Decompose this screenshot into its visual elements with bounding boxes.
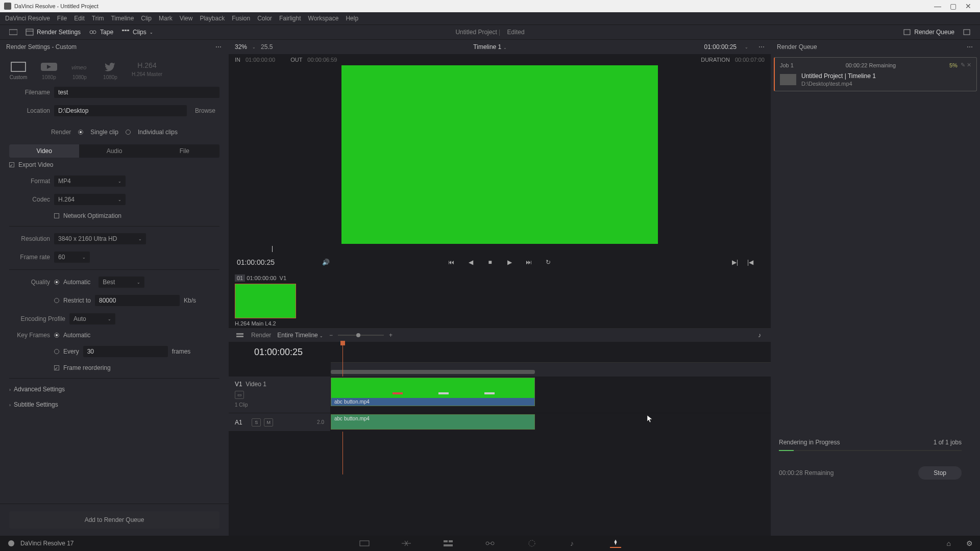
quality-best-select[interactable]: Best⌄: [99, 277, 144, 288]
timeline-ruler[interactable]: [331, 362, 771, 377]
close-button[interactable]: ✕: [961, 2, 976, 10]
tab-video[interactable]: Video: [9, 144, 79, 158]
video-clip[interactable]: abc button.mp4: [331, 378, 535, 406]
preset-twitter[interactable]: 1080p: [101, 61, 119, 80]
page-media[interactable]: [359, 539, 370, 548]
panel-menu-icon[interactable]: ⋯: [215, 43, 223, 51]
mute-button[interactable]: M: [264, 418, 273, 427]
network-opt-check[interactable]: [54, 213, 59, 218]
first-frame-button[interactable]: ⏮: [446, 257, 456, 267]
preset-custom[interactable]: Custom: [9, 61, 28, 80]
encoding-select[interactable]: Auto⌄: [69, 313, 115, 324]
codec-select[interactable]: H.264⌄: [54, 194, 126, 205]
subtitle-settings-toggle[interactable]: ›Subtitle Settings: [0, 397, 229, 412]
stop-render-button[interactable]: Stop: [918, 466, 962, 480]
page-fairlight[interactable]: ♪: [568, 539, 579, 548]
play-button[interactable]: ▶: [504, 257, 514, 267]
individual-clips-radio[interactable]: [126, 130, 131, 135]
keyframes-auto-radio[interactable]: [54, 333, 59, 338]
export-video-check[interactable]: [9, 162, 14, 167]
location-input[interactable]: [54, 105, 187, 116]
tab-audio[interactable]: Audio: [79, 144, 149, 158]
preset-h264[interactable]: H.264H.264 Master: [132, 61, 162, 80]
svg-rect-9: [964, 30, 970, 35]
viewer-scrubber[interactable]: [235, 244, 765, 253]
timeline-view-icon[interactable]: [235, 330, 245, 340]
menu-help[interactable]: Help: [346, 15, 358, 22]
solo-button[interactable]: S: [252, 418, 261, 427]
menu-fusion[interactable]: Fusion: [232, 15, 250, 22]
clips-toggle[interactable]: Clips ⌄: [117, 29, 157, 36]
render-scope-select[interactable]: Entire Timeline ⌄: [277, 332, 323, 339]
menu-edit[interactable]: Edit: [74, 15, 85, 22]
audio-meters-icon[interactable]: ♪: [754, 330, 765, 340]
menu-timeline[interactable]: Timeline: [111, 15, 134, 22]
render-job[interactable]: Job 100:00:22 Remaining 5% ✎ ✕ Untitled …: [774, 57, 977, 91]
menu-file[interactable]: File: [57, 15, 67, 22]
page-cut[interactable]: [401, 539, 412, 548]
stop-button[interactable]: ■: [485, 257, 495, 267]
quality-restrict-radio[interactable]: [54, 298, 59, 303]
track-header-a1[interactable]: A1 S M 2.0: [229, 413, 330, 432]
zoom-slider[interactable]: [338, 335, 384, 336]
minimize-button[interactable]: —: [930, 2, 945, 10]
menu-clip[interactable]: Clip: [141, 15, 152, 22]
single-clip-radio[interactable]: [78, 130, 83, 135]
job-edit-icon[interactable]: ✎: [961, 62, 965, 68]
page-fusion[interactable]: [484, 539, 496, 548]
menu-trim[interactable]: Trim: [92, 15, 104, 22]
loop-button[interactable]: ↻: [543, 257, 553, 267]
frame-reorder-check[interactable]: [54, 365, 59, 370]
filename-input[interactable]: [54, 87, 219, 98]
expand-icon[interactable]: [959, 29, 975, 36]
deliver-icon[interactable]: [5, 29, 21, 36]
go-start-button[interactable]: |◀: [745, 257, 755, 267]
render-queue-toggle[interactable]: Render Queue: [899, 29, 959, 36]
job-close-icon[interactable]: ✕: [967, 62, 971, 68]
svg-rect-18: [444, 540, 448, 542]
preset-youtube[interactable]: 1080p: [40, 61, 58, 80]
track-header-v1[interactable]: V1 Video 1 ▭ 1 Clip: [229, 377, 330, 413]
menu-mark[interactable]: Mark: [159, 15, 173, 22]
go-end-button[interactable]: ▶|: [730, 257, 740, 267]
clip-thumbnail[interactable]: [235, 284, 296, 318]
browse-button[interactable]: Browse: [191, 107, 219, 114]
tab-file[interactable]: File: [150, 144, 219, 158]
zoom-display[interactable]: 32%: [235, 43, 247, 51]
quality-auto-radio[interactable]: [54, 280, 59, 285]
restrict-input[interactable]: [95, 295, 180, 306]
viewer-menu-icon[interactable]: ⋯: [758, 43, 765, 51]
svg-rect-20: [444, 544, 453, 546]
queue-menu-icon[interactable]: ⋯: [967, 43, 974, 51]
prev-frame-button[interactable]: ◀: [465, 257, 476, 267]
resolution-select[interactable]: 3840 x 2160 Ultra HD⌄: [54, 233, 146, 244]
page-edit[interactable]: [443, 539, 454, 548]
render-settings-toggle[interactable]: Render Settings: [21, 29, 85, 36]
track-view-icon[interactable]: ▭: [235, 391, 244, 399]
menu-view[interactable]: View: [180, 15, 193, 22]
menu-workspace[interactable]: Workspace: [308, 15, 339, 22]
advanced-settings-toggle[interactable]: ›Advanced Settings: [0, 382, 229, 397]
menu-davinci[interactable]: DaVinci Resolve: [5, 15, 50, 22]
zoom-out-button[interactable]: −: [329, 332, 333, 339]
menu-color[interactable]: Color: [257, 15, 272, 22]
viewer-frame[interactable]: [229, 65, 771, 244]
home-icon[interactable]: ⌂: [947, 539, 951, 547]
page-color[interactable]: [526, 539, 537, 548]
next-frame-button[interactable]: ⏭: [524, 257, 534, 267]
tape-toggle[interactable]: Tape: [85, 29, 117, 36]
page-deliver[interactable]: [610, 539, 621, 548]
add-to-queue-button[interactable]: Add to Render Queue: [9, 511, 219, 529]
keyframes-every-radio[interactable]: [54, 349, 59, 354]
framerate-select[interactable]: 60⌄: [54, 252, 90, 263]
format-select[interactable]: MP4⌄: [54, 176, 126, 187]
audio-clip[interactable]: abc button.mp4: [331, 414, 535, 430]
maximize-button[interactable]: ▢: [945, 2, 961, 10]
preset-vimeo[interactable]: vimeo1080p: [70, 61, 89, 80]
keyframes-input[interactable]: [83, 346, 168, 357]
menu-fairlight[interactable]: Fairlight: [279, 15, 301, 22]
menu-playback[interactable]: Playback: [200, 15, 225, 22]
zoom-in-button[interactable]: +: [389, 332, 393, 339]
volume-icon[interactable]: 🔊: [321, 257, 331, 267]
settings-icon[interactable]: ⚙: [966, 539, 973, 547]
